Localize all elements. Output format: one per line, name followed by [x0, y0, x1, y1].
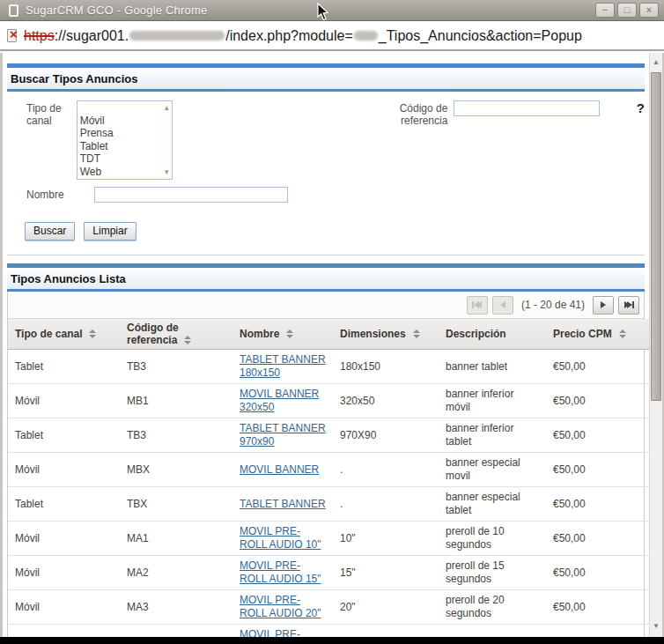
- nombre-link[interactable]: TABLET BANNER: [240, 498, 326, 510]
- maximize-button[interactable]: □: [617, 3, 637, 18]
- nombre-input[interactable]: [94, 187, 288, 203]
- certificate-error-icon[interactable]: ×: [7, 29, 18, 42]
- listbox-scroll-up-icon[interactable]: ▲: [163, 104, 170, 112]
- listbox-option[interactable]: Móvil: [80, 115, 156, 128]
- scroll-down-icon[interactable]: ▼: [650, 619, 662, 633]
- precio-cell: €50,00: [546, 350, 650, 384]
- column-label: Dimensiones: [340, 328, 406, 340]
- listbox-option[interactable]: TDT: [80, 152, 156, 166]
- redacted-host: [129, 31, 225, 41]
- sort-icon[interactable]: [286, 329, 293, 338]
- table-row: TabletTB3TABLET BANNER 180x150180x150ban…: [8, 350, 650, 384]
- precio-cell: €50,00: [546, 487, 650, 522]
- tipo-de-canal-listbox[interactable]: MóvilPrensaTabletTDTWeb ▲ ▼: [77, 100, 173, 180]
- form-row-2: Nombre: [26, 187, 645, 203]
- descripcion-cell: banner inferior tablet: [439, 418, 546, 453]
- descripcion-cell: banner inferior móvil: [439, 384, 546, 418]
- search-panel-title: Buscar Tipos Anuncios: [7, 68, 645, 92]
- pagination-last-icon[interactable]: [618, 296, 639, 315]
- nombre-link-cell: MOVIL BANNER: [232, 453, 333, 487]
- minimize-button[interactable]: −: [595, 3, 615, 18]
- titlebar: SugarCRM GCO - Google Chrome − □ ×: [0, 0, 664, 21]
- search-form: Tipo de canal MóvilPrensaTabletTDTWeb ▲ …: [7, 92, 645, 253]
- nombre-link[interactable]: TABLET BANNER 180x150: [240, 353, 326, 379]
- dimensiones-cell: .: [333, 453, 439, 487]
- scroll-up-icon[interactable]: ▲: [650, 56, 662, 70]
- sort-icon[interactable]: [89, 329, 96, 338]
- pagination-first-icon: [467, 296, 488, 315]
- dimensiones-cell: 180x150: [333, 350, 439, 384]
- pagination-bar: (1 - 20 de 41): [8, 292, 644, 319]
- precio-cell: €50,00: [546, 418, 650, 453]
- descripcion-cell: banner especial tablet: [439, 487, 546, 522]
- url-path: /index.php?module=: [225, 28, 353, 43]
- codigo-cell: TB3: [120, 418, 232, 453]
- table-row: MóvilMAXMOVIL PRE-ROLL AUDIO.preroll esp…: [8, 625, 650, 638]
- listbox-scroll-down-icon[interactable]: ▼: [163, 168, 170, 176]
- listbox-option[interactable]: Web: [80, 166, 156, 179]
- dimensiones-cell: 320x50: [333, 384, 439, 418]
- nombre-link[interactable]: MOVIL PRE-ROLL AUDIO 15": [240, 559, 321, 585]
- nombre-link-cell: MOVIL PRE-ROLL AUDIO 10": [232, 522, 333, 556]
- dimensiones-cell: .: [333, 487, 439, 522]
- precio-cell: €50,00: [546, 522, 650, 556]
- column-label: Código de referencia: [127, 322, 179, 346]
- search-panel: Buscar Tipos Anuncios Tipo de canal Móvi…: [7, 63, 645, 255]
- window-title: SugarCRM GCO - Google Chrome: [26, 4, 207, 17]
- tipo-de-canal-cell: Móvil: [8, 453, 120, 487]
- column-header[interactable]: Tipo de canal: [8, 319, 120, 350]
- help-icon[interactable]: ?: [637, 100, 645, 115]
- listbox-option[interactable]: Prensa: [80, 127, 156, 140]
- nombre-link[interactable]: MOVIL PRE-ROLL AUDIO 20": [240, 594, 321, 619]
- sort-icon[interactable]: [413, 329, 420, 338]
- listbox-option[interactable]: Tablet: [80, 140, 156, 153]
- tipo-de-canal-cell: Tablet: [8, 487, 120, 522]
- column-label: Precio CPM: [553, 328, 612, 340]
- nombre-link[interactable]: MOVIL PRE-ROLL AUDIO: [240, 628, 303, 637]
- precio-cell: €50,00: [546, 625, 650, 638]
- codigo-de-referencia-input[interactable]: [454, 100, 599, 116]
- buscar-button[interactable]: Buscar: [25, 222, 75, 241]
- table-header-row: Tipo de canalCódigo de referenciaNombreD…: [8, 319, 650, 350]
- nombre-link[interactable]: MOVIL BANNER 320x50: [240, 388, 319, 413]
- url-text: https://sugar001./index.php?module=_Tipo…: [24, 28, 582, 44]
- nombre-link[interactable]: TABLET BANNER 970x90: [240, 422, 326, 448]
- sort-icon[interactable]: [184, 336, 191, 344]
- url-bar[interactable]: × https://sugar001./index.php?module=_Ti…: [0, 22, 664, 51]
- listbox-option[interactable]: [80, 101, 156, 115]
- column-header[interactable]: Nombre: [232, 319, 333, 350]
- tipo-de-canal-cell: Móvil: [8, 590, 120, 625]
- codigo-cell: TB3: [120, 350, 232, 384]
- column-label: Nombre: [240, 328, 279, 340]
- close-button[interactable]: ×: [639, 3, 659, 18]
- limpiar-button[interactable]: Limpiar: [84, 222, 136, 241]
- descripcion-cell: preroll de 15 segundos: [439, 556, 546, 590]
- dimensiones-cell: 20": [333, 590, 439, 625]
- url-host: ://sugar001.: [55, 28, 129, 43]
- nombre-link-cell: MOVIL PRE-ROLL AUDIO 20": [232, 590, 333, 625]
- listbox-scrollbar[interactable]: ▲ ▼: [158, 101, 172, 179]
- page-content: Buscar Tipos Anuncios Tipo de canal Móvi…: [0, 53, 664, 637]
- column-header: Descripción: [439, 319, 546, 350]
- page-scrollbar[interactable]: ▲ ▼: [649, 53, 662, 637]
- column-header[interactable]: Código de referencia: [120, 319, 232, 350]
- tipos-anuncios-table: Tipo de canalCódigo de referenciaNombreD…: [8, 319, 650, 637]
- descripcion-cell: banner especial movil: [439, 453, 546, 487]
- scrollbar-thumb[interactable]: [651, 72, 661, 401]
- sort-icon[interactable]: [619, 329, 626, 338]
- nombre-link[interactable]: MOVIL BANNER: [240, 463, 319, 476]
- nombre-link[interactable]: MOVIL PRE-ROLL AUDIO 10": [240, 525, 321, 551]
- nombre-label: Nombre: [26, 187, 94, 201]
- table-row: MóvilMA3MOVIL PRE-ROLL AUDIO 20"20"prero…: [8, 590, 650, 625]
- precio-cell: €50,00: [546, 556, 650, 590]
- pagination-next-icon[interactable]: [593, 296, 614, 315]
- column-header[interactable]: Precio CPM: [546, 319, 650, 350]
- codigo-cell: MA1: [120, 522, 232, 556]
- table-body: TabletTB3TABLET BANNER 180x150180x150ban…: [8, 350, 650, 638]
- tipo-de-canal-cell: Tablet: [8, 350, 120, 384]
- browser-popup-window: { "window": { "title": "SugarCRM GCO - G…: [0, 0, 664, 644]
- window-controls: − □ ×: [595, 3, 659, 18]
- codigo-cell: TBX: [120, 487, 232, 522]
- column-header[interactable]: Dimensiones: [333, 319, 439, 350]
- dimensiones-cell: .: [333, 625, 439, 638]
